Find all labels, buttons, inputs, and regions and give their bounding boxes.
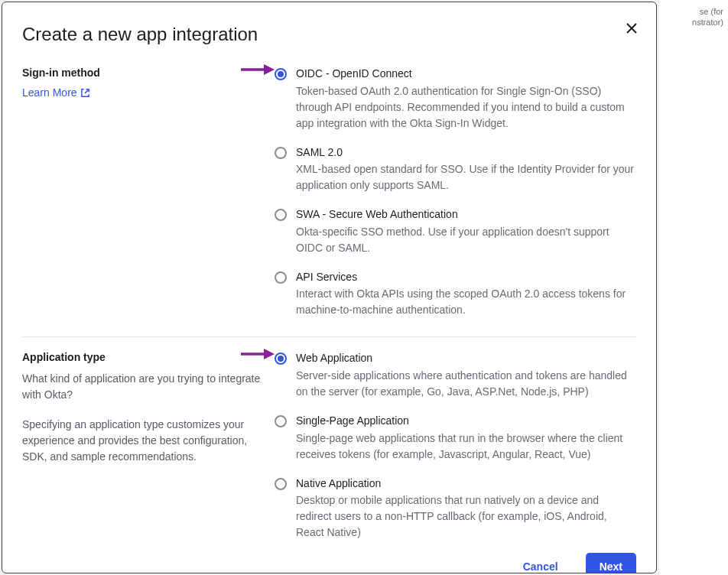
svg-line-4 xyxy=(85,89,89,93)
radio-input-saml[interactable] xyxy=(275,147,287,159)
apptype-subtext-2: Specifying an application type customize… xyxy=(22,417,268,465)
radio-desc: Interact with Okta APIs using the scoped… xyxy=(296,286,636,318)
learn-more-link[interactable]: Learn More xyxy=(22,86,90,99)
signin-heading: Sign-in method xyxy=(22,67,268,79)
radio-label: Single-Page Application xyxy=(296,414,636,429)
section-signin-method: Sign-in method Learn More OIDC - OpenID … xyxy=(22,67,636,323)
page-background-hint: se (for nstrator) xyxy=(659,0,728,575)
radio-input-native-app[interactable] xyxy=(275,478,287,490)
apptype-heading: Application type xyxy=(22,351,268,363)
radio-input-spa[interactable] xyxy=(275,415,287,427)
annotation-arrow-apptype xyxy=(239,347,275,361)
radio-native-app[interactable]: Native Application Desktop or mobile app… xyxy=(275,476,636,541)
close-button[interactable] xyxy=(626,22,639,36)
signin-left-column: Sign-in method Learn More xyxy=(22,67,275,99)
radio-spa[interactable]: Single-Page Application Single-page web … xyxy=(275,414,636,463)
section-application-type: Application type What kind of applicatio… xyxy=(22,351,636,541)
radio-input-api-services[interactable] xyxy=(275,271,287,284)
signin-options: OIDC - OpenID Connect Token-based OAuth … xyxy=(275,67,636,323)
modal-body: Create a new app integration Sign-in met… xyxy=(2,2,656,573)
radio-label: API Services xyxy=(296,270,636,285)
radio-desc: Token-based OAuth 2.0 authentication for… xyxy=(296,83,636,132)
radio-desc: Okta-specific SSO method. Use if your ap… xyxy=(296,224,636,256)
radio-label: OIDC - OpenID Connect xyxy=(296,67,636,82)
radio-desc: Desktop or mobile applications that run … xyxy=(296,492,636,541)
radio-label: Native Application xyxy=(296,476,636,492)
radio-label: SAML 2.0 xyxy=(296,145,636,161)
radio-saml[interactable]: SAML 2.0 XML-based open standard for SSO… xyxy=(275,145,636,194)
annotation-arrow-signin xyxy=(239,63,275,76)
svg-marker-6 xyxy=(264,349,275,359)
learn-more-label: Learn More xyxy=(22,86,77,99)
radio-oidc[interactable]: OIDC - OpenID Connect Token-based OAuth … xyxy=(275,67,636,132)
radio-input-web-app[interactable] xyxy=(275,352,287,365)
apptype-subtext-1: What kind of application are you trying … xyxy=(22,371,268,403)
radio-input-oidc[interactable] xyxy=(275,68,287,80)
radio-desc: XML-based open standard for SSO. Use if … xyxy=(296,161,636,193)
cancel-button[interactable]: Cancel xyxy=(509,553,572,573)
radio-web-app[interactable]: Web Application Server-side applications… xyxy=(275,351,636,400)
radio-desc: Server-side applications where authentic… xyxy=(296,368,636,400)
close-icon xyxy=(626,22,638,34)
next-button[interactable]: Next xyxy=(586,553,636,573)
radio-desc: Single-page web applications that run in… xyxy=(296,430,636,463)
radio-label: Web Application xyxy=(296,351,636,366)
modal-footer: Cancel Next xyxy=(22,541,636,573)
radio-swa[interactable]: SWA - Secure Web Authentication Okta-spe… xyxy=(275,207,636,256)
apptype-options: Web Application Server-side applications… xyxy=(275,351,636,541)
radio-label: SWA - Secure Web Authentication xyxy=(296,207,636,223)
radio-input-swa[interactable] xyxy=(275,209,287,221)
section-divider xyxy=(22,336,636,337)
apptype-left-column: Application type What kind of applicatio… xyxy=(22,351,275,479)
bg-text-1: se (for xyxy=(664,6,723,17)
create-app-integration-modal: Create a new app integration Sign-in met… xyxy=(2,2,657,573)
bg-text-2: nstrator) xyxy=(664,17,723,28)
radio-api-services[interactable]: API Services Interact with Okta APIs usi… xyxy=(275,270,636,319)
external-link-icon xyxy=(80,88,90,98)
modal-title: Create a new app integration xyxy=(22,24,636,45)
svg-marker-3 xyxy=(264,64,275,75)
